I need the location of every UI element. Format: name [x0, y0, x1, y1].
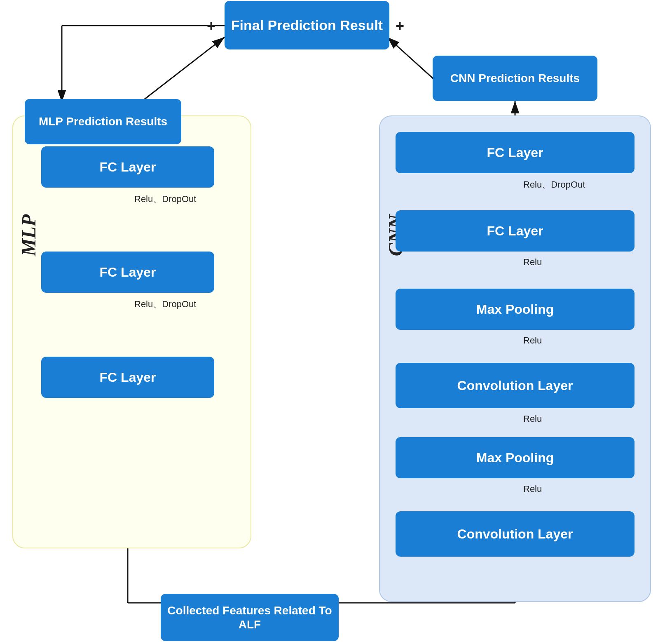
cnn-conv1-box: Convolution Layer	[396, 511, 635, 557]
cnn-relu-1-label: Relu	[523, 257, 542, 268]
mlp-fc1-box: FC Layer	[41, 357, 214, 398]
mlp-relu-dropout-2-label: Relu、DropOut	[134, 298, 196, 310]
cnn-relu-2-label: Relu	[523, 335, 542, 346]
collected-features-box: Collected Features Related To ALF	[161, 594, 339, 641]
cnn-maxpool2-box: Max Pooling	[396, 289, 635, 330]
mlp-relu-dropout-1-label: Relu、DropOut	[134, 193, 196, 205]
mlp-label: MLP	[17, 214, 40, 256]
svg-line-2	[142, 37, 225, 101]
mlp-fc2-box: FC Layer	[41, 252, 214, 293]
cnn-relu-dropout-label: Relu、DropOut	[523, 179, 585, 191]
cnn-fc2-box: FC Layer	[396, 132, 635, 173]
mlp-fc3-box: FC Layer	[41, 146, 214, 188]
cnn-maxpool1-box: Max Pooling	[396, 437, 635, 478]
cnn-prediction-box: CNN Prediction Results	[433, 56, 597, 101]
mlp-prediction-box: MLP Prediction Results	[25, 99, 181, 144]
cnn-relu-3-label: Relu	[523, 414, 542, 424]
cnn-fc1-box: FC Layer	[396, 210, 635, 252]
final-prediction-box: Final Prediction Result	[225, 1, 389, 49]
diagram-container: MLP CNN Final Prediction Result + + MLP …	[0, 0, 672, 642]
cnn-conv2-box: Convolution Layer	[396, 363, 635, 408]
plus-left: +	[207, 17, 215, 35]
cnn-relu-4-label: Relu	[523, 484, 542, 494]
plus-right: +	[396, 17, 404, 35]
